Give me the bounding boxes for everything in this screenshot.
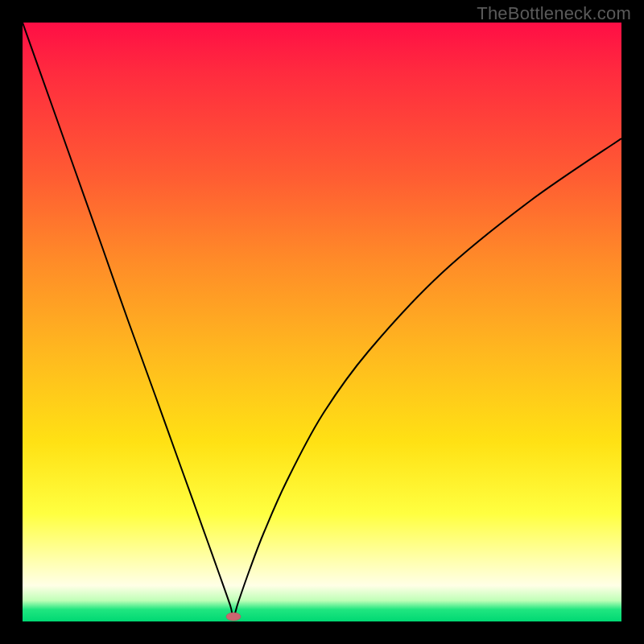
chart-frame: TheBottleneck.com — [0, 0, 644, 644]
bottleneck-curve — [23, 23, 621, 617]
curve-layer — [23, 23, 621, 621]
vertex-marker — [226, 613, 241, 621]
plot-area — [23, 23, 621, 621]
watermark-text: TheBottleneck.com — [477, 3, 631, 24]
